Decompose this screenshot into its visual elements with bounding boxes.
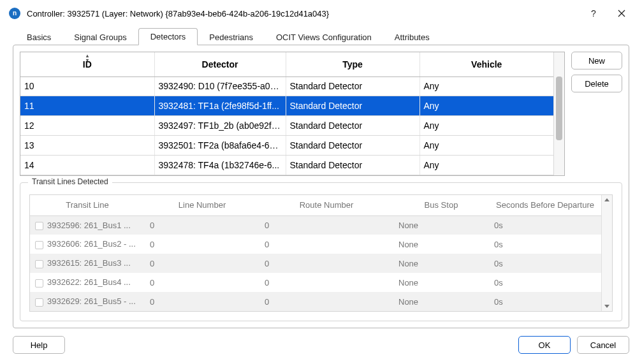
tl-route: 0 bbox=[259, 254, 393, 273]
tl-header-row: Transit Line Line Number Route Number Bu… bbox=[30, 195, 601, 215]
tl-stop: None bbox=[393, 292, 489, 311]
app-icon-letter: n bbox=[13, 10, 17, 17]
scrollbar[interactable] bbox=[601, 195, 612, 311]
tab-detectors[interactable]: Detectors bbox=[138, 28, 198, 45]
tl-line: 3932596: 261_Bus1 ... bbox=[47, 221, 131, 230]
cell-id: 10 bbox=[20, 76, 154, 96]
ok-button[interactable]: OK bbox=[518, 336, 571, 354]
tl-route: 0 bbox=[259, 273, 393, 292]
cell-type: Standard Detector bbox=[286, 136, 419, 156]
table-row[interactable]: 14 3932478: TF4a (1b32746e-6... Standard… bbox=[20, 156, 553, 175]
tab-ocit[interactable]: OCIT Views Configuration bbox=[265, 29, 383, 45]
tl-line: 3932615: 261_Bus3 ... bbox=[47, 258, 131, 268]
table-row[interactable]: 13 3932501: TF2a (b8afa6e4-65... Standar… bbox=[20, 136, 553, 156]
list-item[interactable]: 3932615: 261_Bus3 ... 0 0 None 0s bbox=[30, 254, 601, 273]
table-row[interactable]: 10 3932490: D10 (7f7ee355-a08... Standar… bbox=[20, 76, 553, 96]
tl-sec: 0s bbox=[489, 254, 601, 273]
tl-stop: None bbox=[393, 273, 489, 292]
tl-route: 0 bbox=[259, 215, 393, 235]
checkbox[interactable] bbox=[35, 279, 43, 288]
tl-sec: 0s bbox=[489, 235, 601, 254]
tl-num: 0 bbox=[145, 235, 259, 254]
cell-vehicle: Any bbox=[419, 136, 553, 156]
col-line-number[interactable]: Line Number bbox=[145, 195, 259, 215]
cell-type: Standard Detector bbox=[286, 76, 419, 96]
cell-id: 13 bbox=[20, 136, 154, 156]
tl-sec: 0s bbox=[489, 273, 601, 292]
detectors-table[interactable]: ▴▾ ID Detector Type Vehicle 10 3932490: … bbox=[20, 52, 565, 176]
list-item[interactable]: 3932606: 261_Bus2 - ... 0 0 None 0s bbox=[30, 235, 601, 254]
tab-strip: Basics Signal Groups Detectors Pedestria… bbox=[15, 27, 629, 45]
help-button[interactable]: Help bbox=[13, 336, 65, 354]
cell-type: Standard Detector bbox=[286, 116, 419, 136]
side-buttons: New Delete bbox=[571, 52, 622, 176]
cell-type: Standard Detector bbox=[286, 156, 419, 175]
tl-num: 0 bbox=[145, 215, 259, 235]
tl-route: 0 bbox=[259, 292, 393, 311]
col-transit-line[interactable]: Transit Line bbox=[30, 195, 145, 215]
cell-id: 12 bbox=[20, 116, 154, 136]
delete-button[interactable]: Delete bbox=[571, 75, 622, 92]
cell-detector: 3932497: TF1b_2b (ab0e92f2... bbox=[154, 116, 286, 136]
new-button[interactable]: New bbox=[571, 52, 622, 69]
tab-attributes[interactable]: Attributes bbox=[383, 29, 441, 45]
app-icon: n bbox=[9, 8, 20, 19]
checkbox[interactable] bbox=[35, 222, 43, 230]
scrollbar[interactable] bbox=[553, 52, 564, 175]
cell-vehicle: Any bbox=[419, 156, 553, 175]
tab-signal-groups[interactable]: Signal Groups bbox=[62, 29, 138, 45]
tl-sec: 0s bbox=[489, 292, 601, 311]
transit-lines-group: Transit Lines Detected Transit Line Line… bbox=[20, 182, 622, 321]
svg-text:?: ? bbox=[591, 9, 596, 18]
tl-num: 0 bbox=[145, 254, 259, 273]
tab-pedestrians[interactable]: Pedestrians bbox=[198, 29, 265, 45]
cell-detector: 3932501: TF2a (b8afa6e4-65... bbox=[154, 136, 286, 156]
table-row[interactable]: 12 3932497: TF1b_2b (ab0e92f2... Standar… bbox=[20, 116, 553, 136]
table-row[interactable]: 11 3932481: TF1a (2fe98f5d-1ff... Standa… bbox=[20, 96, 553, 116]
col-bus-stop[interactable]: Bus Stop bbox=[393, 195, 489, 215]
titlebar: n Controller: 3932571 (Layer: Network) {… bbox=[0, 0, 642, 27]
tl-stop: None bbox=[393, 215, 489, 235]
scrollbar-thumb[interactable] bbox=[556, 76, 562, 140]
cell-detector: 3932481: TF1a (2fe98f5d-1ff... bbox=[154, 96, 286, 116]
col-detector[interactable]: Detector bbox=[154, 52, 286, 76]
tl-stop: None bbox=[393, 254, 489, 273]
dialog-footer: Help OK Cancel bbox=[13, 328, 629, 354]
checkbox[interactable] bbox=[35, 298, 43, 307]
checkbox[interactable] bbox=[35, 241, 43, 249]
tl-line: 3932606: 261_Bus2 - ... bbox=[47, 239, 136, 249]
cell-id: 11 bbox=[20, 96, 154, 116]
list-item[interactable]: 3932629: 261_Bus5 - ... 0 0 None 0s bbox=[30, 292, 601, 311]
window-title: Controller: 3932571 (Layer: Network) {87… bbox=[27, 9, 580, 18]
list-item[interactable]: 3932596: 261_Bus1 ... 0 0 None 0s bbox=[30, 215, 601, 235]
cell-detector: 3932478: TF4a (1b32746e-6... bbox=[154, 156, 286, 175]
help-icon[interactable]: ? bbox=[580, 4, 608, 23]
col-id[interactable]: ▴▾ ID bbox=[20, 52, 154, 76]
transit-lines-table[interactable]: Transit Line Line Number Route Number Bu… bbox=[29, 194, 613, 312]
tl-line: 3932622: 261_Bus4 ... bbox=[47, 277, 131, 287]
tl-stop: None bbox=[393, 235, 489, 254]
cancel-button[interactable]: Cancel bbox=[577, 336, 629, 354]
cell-vehicle: Any bbox=[419, 116, 553, 136]
close-icon[interactable] bbox=[608, 4, 636, 23]
col-route-number[interactable]: Route Number bbox=[259, 195, 393, 215]
cell-vehicle: Any bbox=[419, 76, 553, 96]
sort-caret-icon: ▴▾ bbox=[86, 54, 89, 62]
cell-detector: 3932490: D10 (7f7ee355-a08... bbox=[154, 76, 286, 96]
cell-vehicle: Any bbox=[419, 96, 553, 116]
col-type[interactable]: Type bbox=[286, 52, 419, 76]
tl-route: 0 bbox=[259, 235, 393, 254]
group-label: Transit Lines Detected bbox=[28, 177, 112, 186]
list-item[interactable]: 3932622: 261_Bus4 ... 0 0 None 0s bbox=[30, 273, 601, 292]
tl-num: 0 bbox=[145, 273, 259, 292]
tl-sec: 0s bbox=[489, 215, 601, 235]
col-vehicle[interactable]: Vehicle bbox=[419, 52, 553, 76]
tl-num: 0 bbox=[145, 292, 259, 311]
tl-line: 3932629: 261_Bus5 - ... bbox=[47, 296, 136, 306]
tab-panel: ▴▾ ID Detector Type Vehicle 10 3932490: … bbox=[13, 45, 629, 328]
col-seconds[interactable]: Seconds Before Departure bbox=[489, 195, 601, 215]
cell-id: 14 bbox=[20, 156, 154, 175]
cell-type: Standard Detector bbox=[286, 96, 419, 116]
tab-basics[interactable]: Basics bbox=[15, 29, 62, 45]
checkbox[interactable] bbox=[35, 260, 43, 268]
